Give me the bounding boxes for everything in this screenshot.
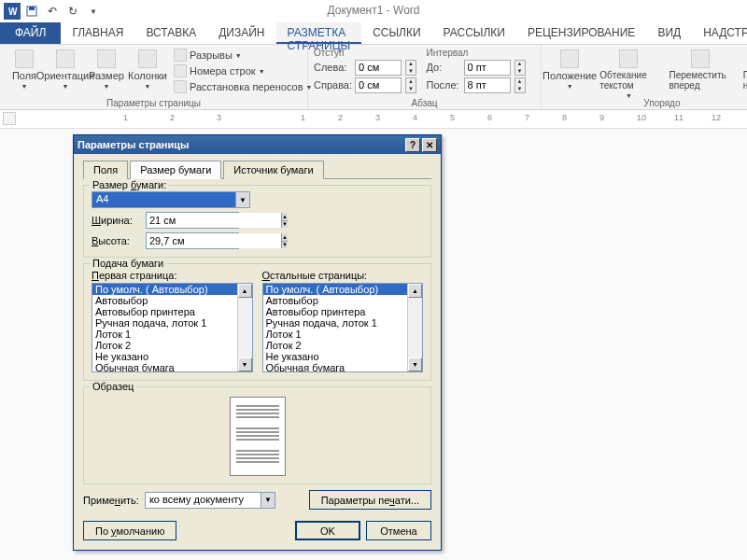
tab-view[interactable]: ВИД xyxy=(646,22,692,44)
list-item[interactable]: Автовыбор принтера xyxy=(92,306,237,317)
width-spinner[interactable]: ▲▼ xyxy=(281,213,288,228)
list-item[interactable]: Автовыбор xyxy=(263,295,408,306)
list-item[interactable]: Не указано xyxy=(92,351,237,362)
spacing-before-input[interactable] xyxy=(464,60,511,76)
indent-left-label: Слева: xyxy=(314,62,351,73)
height-label: Высота: xyxy=(92,235,140,246)
apply-to-combo[interactable]: ко всему документу ▼ xyxy=(145,492,275,509)
list-item[interactable]: Лоток 2 xyxy=(263,340,408,351)
save-icon[interactable] xyxy=(22,2,41,21)
tab-page-layout[interactable]: РАЗМЕТКА СТРАНИЦЫ xyxy=(276,22,362,44)
print-options-label: Параметры печати... xyxy=(321,495,419,506)
page-setup-dialog: Параметры страницы ? ✕ Поля Размер бумаг… xyxy=(73,134,442,551)
tab-design[interactable]: ДИЗАЙН xyxy=(207,22,275,44)
list-item[interactable]: По умолч. ( Автовыбор) xyxy=(263,284,408,295)
spacing-after-spinner[interactable]: ▲▼ xyxy=(514,77,526,93)
scrollbar[interactable]: ▲▼ xyxy=(237,284,252,371)
margins-label: Поля xyxy=(12,70,36,81)
paper-size-value: A4 xyxy=(92,192,235,207)
line-numbers-button[interactable]: Номера строк ▼ xyxy=(174,63,312,78)
list-item[interactable]: Обычная бумага xyxy=(92,362,237,371)
wrap-text-button[interactable]: Обтекание текстом▼ xyxy=(596,48,661,101)
list-item[interactable]: Автовыбор принтера xyxy=(263,306,408,317)
send-backward-button[interactable]: Пере на xyxy=(740,48,747,101)
breaks-button[interactable]: Разрывы ▼ xyxy=(174,48,312,63)
bring-forward-button[interactable]: Переместить вперед xyxy=(665,48,735,101)
word-icon: W xyxy=(4,3,21,20)
default-button[interactable]: По умолчанию xyxy=(83,521,176,540)
list-item[interactable]: Лоток 2 xyxy=(92,340,237,351)
spacing-after-input[interactable] xyxy=(464,77,511,93)
forward-label: Переместить вперед xyxy=(669,70,731,91)
redo-icon[interactable]: ↻ xyxy=(63,2,82,21)
orientation-label: Ориентация xyxy=(36,70,94,81)
tab-paper-size[interactable]: Размер бумаги xyxy=(130,161,221,179)
tab-margins[interactable]: Поля xyxy=(83,161,128,179)
print-options-button[interactable]: Параметры печати... xyxy=(309,490,431,510)
scroll-up-icon[interactable]: ▲ xyxy=(408,284,422,298)
tab-references[interactable]: ССЫЛКИ xyxy=(361,22,431,44)
tab-home[interactable]: ГЛАВНАЯ xyxy=(61,22,134,44)
ribbon-tabs: ФАЙЛ ГЛАВНАЯ ВСТАВКА ДИЗАЙН РАЗМЕТКА СТР… xyxy=(0,22,747,45)
tab-file[interactable]: ФАЙЛ xyxy=(0,22,61,44)
horizontal-ruler[interactable]: 1 2 3 1 2 3 4 5 6 7 8 9 10 11 12 xyxy=(21,113,747,126)
width-input[interactable]: ▲▼ xyxy=(146,212,239,229)
close-button[interactable]: ✕ xyxy=(422,138,437,152)
position-label: Положение xyxy=(543,70,597,81)
ruler-corner[interactable] xyxy=(3,112,16,125)
columns-button[interactable]: Колонки▼ xyxy=(129,48,166,94)
size-label: Размер xyxy=(89,70,124,81)
svg-text:W: W xyxy=(8,7,18,17)
scrollbar[interactable]: ▲▼ xyxy=(407,284,422,371)
width-value[interactable] xyxy=(147,213,281,228)
apply-to-value: ко всему документу xyxy=(146,493,261,508)
qat-dropdown-icon[interactable]: ▼ xyxy=(84,2,103,21)
height-input[interactable]: ▲▼ xyxy=(146,232,239,249)
list-item[interactable]: Не указано xyxy=(263,351,408,362)
breaks-label: Разрывы xyxy=(190,49,233,61)
scroll-up-icon[interactable]: ▲ xyxy=(238,284,252,298)
list-item[interactable]: Лоток 1 xyxy=(92,329,237,340)
scroll-down-icon[interactable]: ▼ xyxy=(238,357,252,371)
columns-label: Колонки xyxy=(128,70,167,81)
quick-access-toolbar: W ↶ ↻ ▼ xyxy=(0,2,103,21)
tab-paper-source[interactable]: Источник бумаги xyxy=(223,161,323,179)
scroll-down-icon[interactable]: ▼ xyxy=(408,357,422,371)
vertical-ruler[interactable] xyxy=(3,129,16,560)
cancel-button[interactable]: Отмена xyxy=(366,521,431,540)
first-page-listbox[interactable]: По умолч. ( Автовыбор)АвтовыборАвтовыбор… xyxy=(92,283,253,372)
list-item[interactable]: По умолч. ( Автовыбор) xyxy=(92,284,237,295)
dialog-title-bar[interactable]: Параметры страницы ? ✕ xyxy=(74,135,441,154)
first-page-label: Первая страница: xyxy=(92,270,253,281)
indent-right-label: Справа: xyxy=(314,79,351,91)
height-value[interactable] xyxy=(147,233,281,248)
tab-insert[interactable]: ВСТАВКА xyxy=(134,22,207,44)
tab-addins[interactable]: НАДСТРОЙКИ xyxy=(692,22,747,44)
size-button[interactable]: Размер▼ xyxy=(88,48,125,94)
undo-icon[interactable]: ↶ xyxy=(43,2,62,21)
list-item[interactable]: Обычная бумага xyxy=(263,362,408,371)
position-button[interactable]: Положение▼ xyxy=(547,48,592,101)
list-item[interactable]: Ручная подача, лоток 1 xyxy=(92,317,237,329)
indent-left-spinner[interactable]: ▲▼ xyxy=(405,60,416,76)
tab-review[interactable]: РЕЦЕНЗИРОВАНИЕ xyxy=(516,22,646,44)
indent-right-input[interactable] xyxy=(355,77,402,93)
other-pages-label: Остальные страницы: xyxy=(262,270,424,281)
spacing-before-spinner[interactable]: ▲▼ xyxy=(514,60,526,76)
indent-left-input[interactable] xyxy=(355,60,402,76)
help-button[interactable]: ? xyxy=(405,138,420,152)
sample-fieldset: Образец xyxy=(83,386,431,484)
other-pages-listbox[interactable]: По умолч. ( Автовыбор)АвтовыборАвтовыбор… xyxy=(262,283,424,372)
list-item[interactable]: Лоток 1 xyxy=(263,329,408,340)
paper-size-combo[interactable]: A4 ▼ xyxy=(92,191,250,208)
height-spinner[interactable]: ▲▼ xyxy=(281,233,288,248)
backward-label: Пере на xyxy=(743,70,747,91)
ok-button[interactable]: OK xyxy=(295,521,360,540)
hyphenation-button[interactable]: Расстановка переносов ▼ xyxy=(174,79,312,94)
list-item[interactable]: Автовыбор xyxy=(92,295,237,306)
group-arrange: Положение▼ Обтекание текстом▼ Переместит… xyxy=(542,45,747,109)
tab-mailings[interactable]: РАССЫЛКИ xyxy=(432,22,516,44)
indent-right-spinner[interactable]: ▲▼ xyxy=(405,77,416,93)
list-item[interactable]: Ручная подача, лоток 1 xyxy=(263,317,408,329)
orientation-button[interactable]: Ориентация▼ xyxy=(47,48,84,94)
